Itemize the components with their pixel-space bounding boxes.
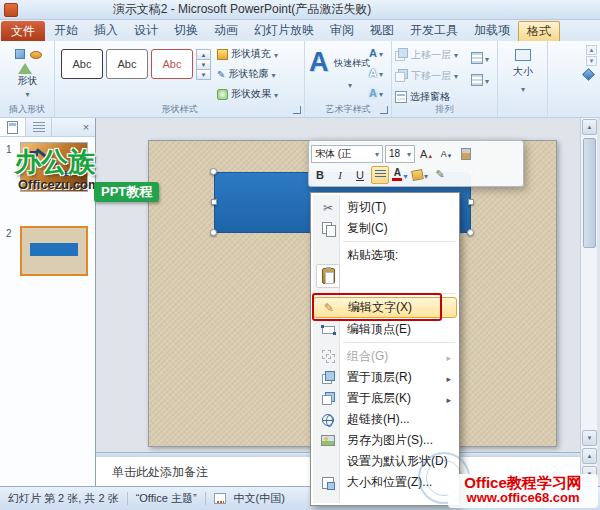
menu-item-bring-to-front[interactable]: 置于顶层(R) <box>313 367 457 388</box>
menu-item-label: 置于顶层(R) <box>347 369 412 386</box>
menu-item-group[interactable]: 组合(G) <box>313 346 457 367</box>
spell-check-icon[interactable] <box>214 493 226 504</box>
close-panel-button[interactable] <box>77 118 95 136</box>
gallery-more-button[interactable]: ▼ <box>196 69 211 80</box>
group-icon <box>316 350 340 363</box>
divider <box>205 492 206 505</box>
scroll-up-button[interactable]: ▲ <box>582 119 597 135</box>
menu-item-size-and-position[interactable]: 大小和位置(Z)... <box>313 472 457 493</box>
powerpoint-app-icon <box>4 3 18 17</box>
selection-handle[interactable] <box>210 229 217 236</box>
slide-thumbnail-2[interactable] <box>20 226 88 276</box>
draw-button[interactable] <box>431 166 449 184</box>
slide-scrollbar[interactable]: ▲ ▼ ▲ ▼ <box>580 118 597 486</box>
tab-file[interactable]: 文件 <box>1 21 45 41</box>
shapes-button[interactable]: 形状 <box>4 44 51 106</box>
center-align-button[interactable] <box>371 166 389 184</box>
tab-addins[interactable]: 加载项 <box>466 20 518 41</box>
grow-font-button[interactable]: A <box>417 145 435 163</box>
ribbon-group-wordart: A 快速样式 A A A 艺术字样式 <box>305 41 392 117</box>
bring-forward-label: 上移一层 <box>411 48 451 62</box>
menu-item-label: 复制(C) <box>347 220 388 237</box>
ribbon-scroll-up-button[interactable]: ▲ <box>586 45 597 55</box>
outline-tab[interactable] <box>26 118 52 136</box>
menu-item-send-to-back[interactable]: 置于底层(K) <box>313 388 457 409</box>
text-outline-button[interactable]: A <box>369 63 383 83</box>
menu-item-label: 粘贴选项: <box>347 247 398 264</box>
font-name-select[interactable]: 宋体 (正 <box>311 145 383 163</box>
cut-icon <box>316 201 340 215</box>
fill-color-button[interactable] <box>411 166 429 184</box>
selection-handle[interactable] <box>467 229 474 236</box>
format-painter-button[interactable] <box>457 145 475 163</box>
previous-slide-button[interactable]: ▲ <box>582 448 597 464</box>
tab-transitions[interactable]: 切换 <box>166 20 206 41</box>
underline-button[interactable]: U <box>351 166 369 184</box>
tab-format[interactable]: 格式 <box>518 21 560 41</box>
italic-button[interactable]: I <box>331 166 349 184</box>
align-icon <box>471 52 483 64</box>
menu-item-cut[interactable]: 剪切(T) <box>313 197 457 218</box>
send-backward-button[interactable]: 下移一层 <box>395 65 458 86</box>
rotate-button[interactable] <box>471 71 489 88</box>
powerpoint-window: 演示文稿2 - Microsoft PowerPoint(产品激活失败) 文件 … <box>0 0 600 510</box>
chevron-down-icon <box>379 66 383 80</box>
shape-fill-button[interactable]: 形状填充 <box>215 44 280 64</box>
font-color-button[interactable]: A <box>391 166 409 184</box>
tab-insert[interactable]: 插入 <box>86 20 126 41</box>
bold-button[interactable]: B <box>311 166 329 184</box>
menu-item-copy[interactable]: 复制(C) <box>313 218 457 239</box>
scroll-down-button[interactable]: ▼ <box>582 430 597 446</box>
text-effects-button[interactable]: A <box>369 83 383 103</box>
bring-forward-button[interactable]: 上移一层 <box>395 44 458 65</box>
text-fill-button[interactable]: A <box>369 43 383 63</box>
picture-icon <box>316 435 340 446</box>
selection-handle[interactable] <box>211 199 217 205</box>
menu-item-hyperlink[interactable]: 超链接(H)... <box>313 409 457 430</box>
menu-item-set-default-shape[interactable]: 设置为默认形状(D) <box>313 451 457 472</box>
chevron-down-icon <box>454 49 458 60</box>
tab-view[interactable]: 视图 <box>362 20 402 41</box>
menu-separator <box>343 293 455 294</box>
language-indicator[interactable]: 中文(中国) <box>234 491 285 506</box>
shape-outline-button[interactable]: 形状轮廓 <box>215 64 280 84</box>
slide-1-number: 1 <box>6 144 12 155</box>
tab-review[interactable]: 审阅 <box>322 20 362 41</box>
shrink-font-button[interactable]: A <box>437 145 455 163</box>
tab-design[interactable]: 设计 <box>126 20 166 41</box>
scrollbar-thumb[interactable] <box>583 138 596 248</box>
menu-item-edit-text[interactable]: 编辑文字(X) <box>313 297 457 318</box>
paste-option-button[interactable] <box>316 264 340 288</box>
ribbon-scroll-down-button[interactable]: ▼ <box>586 56 597 66</box>
menu-item-save-as-picture[interactable]: 另存为图片(S)... <box>313 430 457 451</box>
tab-slideshow[interactable]: 幻灯片放映 <box>246 20 322 41</box>
shape-styles-dialog-launcher[interactable] <box>293 106 301 114</box>
thumbnail-blue-rectangle <box>30 243 78 256</box>
tab-developer[interactable]: 开发工具 <box>402 20 466 41</box>
menu-item-edit-points[interactable]: 编辑顶点(E) <box>313 319 457 340</box>
align-button[interactable] <box>471 49 489 66</box>
font-size-select[interactable]: 18 <box>385 145 415 163</box>
quick-styles-button[interactable]: 快速样式 <box>333 57 371 70</box>
watermark-footer-title: Office教程学习网 <box>448 475 598 491</box>
wordart-dialog-launcher[interactable] <box>380 106 388 114</box>
shape-style-swatch-1[interactable]: Abc <box>61 49 103 79</box>
slides-tab[interactable] <box>0 118 26 136</box>
mini-toolbar: 宋体 (正 18 A A B I U A <box>308 140 524 187</box>
chevron-down-icon <box>424 169 428 181</box>
selection-handle[interactable] <box>468 199 474 205</box>
slide-thumbnail-1[interactable] <box>20 142 88 192</box>
watermark-footer-site: www.office68.com <box>448 491 598 505</box>
size-button[interactable]: 大小 <box>504 49 542 94</box>
title-bar: 演示文稿2 - Microsoft PowerPoint(产品激活失败) <box>0 0 600 20</box>
up-arrow-icon <box>428 148 432 160</box>
tab-home[interactable]: 开始 <box>46 20 86 41</box>
selection-handle[interactable] <box>210 168 217 175</box>
shape-style-swatch-2[interactable]: Abc <box>106 49 148 79</box>
tab-animations[interactable]: 动画 <box>206 20 246 41</box>
selection-pane-icon <box>395 91 407 103</box>
shape-style-swatch-3[interactable]: Abc <box>151 49 193 79</box>
window-title: 演示文稿2 - Microsoft PowerPoint(产品激活失败) <box>113 1 372 18</box>
ribbon-group-size: 大小 <box>498 41 548 117</box>
shape-effects-button[interactable]: 形状效果 <box>215 84 280 104</box>
